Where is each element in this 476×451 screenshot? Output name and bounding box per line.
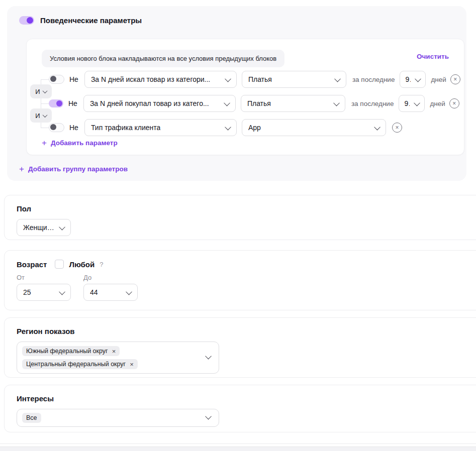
region-chip: Южный федеральный округ × bbox=[22, 346, 120, 356]
period-suffix-label: дней bbox=[431, 76, 446, 83]
any-age-checkbox[interactable] bbox=[55, 260, 64, 269]
age-to-label: До bbox=[83, 274, 138, 281]
parameter-value: За N дней искал товар из категори... bbox=[91, 75, 210, 83]
toggle-knob bbox=[50, 124, 56, 130]
conditions-notice: Условия нового блока накладываются на вс… bbox=[42, 50, 284, 67]
age-from-dropdown[interactable]: 25 bbox=[17, 284, 71, 301]
category-value: Платья bbox=[247, 99, 271, 107]
interests-title: Интересы bbox=[17, 394, 470, 403]
condition-row: Не За N дней искал товар из категори... … bbox=[49, 70, 460, 88]
age-to-field: До 44 bbox=[83, 274, 138, 301]
section-title: Поведенческие параметры bbox=[40, 16, 142, 25]
age-header: Возраст Любой ? bbox=[17, 260, 470, 269]
category-value: Платья bbox=[248, 75, 272, 83]
chevron-down-icon bbox=[374, 124, 380, 130]
age-title: Возраст bbox=[17, 260, 47, 269]
region-title: Регион показов bbox=[17, 327, 470, 335]
interests-section: Интересы Все bbox=[4, 385, 476, 432]
chevron-down-icon bbox=[42, 112, 47, 118]
parameter-dropdown[interactable]: Тип трафика клиента bbox=[84, 119, 237, 136]
condition-row: Не За N дней покупал товар из катего... … bbox=[49, 94, 460, 112]
days-value: 90 bbox=[404, 99, 410, 107]
chevron-down-icon bbox=[414, 99, 421, 106]
region-chip-label: Южный федеральный округ bbox=[26, 348, 108, 355]
chevron-down-icon bbox=[205, 413, 212, 420]
age-section: Возраст Любой ? От 25 До 44 bbox=[4, 250, 476, 310]
region-section: Регион показов Южный федеральный округ ×… bbox=[4, 317, 476, 378]
region-chips: Южный федеральный округ × Центральный фе… bbox=[22, 346, 199, 369]
parameter-value: За N дней покупал товар из катего... bbox=[90, 99, 209, 107]
any-age-label: Любой bbox=[69, 260, 94, 269]
not-label: Не bbox=[69, 75, 78, 83]
remove-condition-icon[interactable]: × bbox=[449, 98, 459, 108]
interests-chips: Все bbox=[22, 413, 199, 423]
toggle-knob bbox=[50, 76, 56, 82]
parameter-dropdown[interactable]: За N дней искал товар из категори... bbox=[84, 71, 237, 88]
region-multiselect[interactable]: Южный федеральный округ × Центральный фе… bbox=[17, 342, 219, 374]
plus-icon: + bbox=[19, 165, 24, 173]
chevron-down-icon bbox=[59, 288, 65, 295]
operator-and-dropdown[interactable]: И bbox=[30, 108, 52, 123]
operator-label: И bbox=[35, 112, 40, 120]
help-icon[interactable]: ? bbox=[100, 261, 103, 268]
section-divider bbox=[0, 443, 476, 444]
not-toggle[interactable] bbox=[49, 99, 63, 107]
region-chip-label: Центральный федеральный округ bbox=[26, 361, 126, 368]
behavioral-toggle[interactable] bbox=[19, 16, 34, 25]
add-parameter-button[interactable]: + Добавить параметр bbox=[42, 139, 118, 147]
age-from-field: От 25 bbox=[17, 274, 71, 301]
age-from-label: От bbox=[17, 274, 71, 281]
chevron-down-icon bbox=[205, 353, 212, 360]
age-from-value: 25 bbox=[23, 288, 31, 296]
period-prefix-label: за последние bbox=[352, 76, 395, 83]
not-toggle[interactable] bbox=[49, 75, 64, 84]
plus-icon: + bbox=[42, 139, 47, 147]
age-to-dropdown[interactable]: 44 bbox=[83, 284, 138, 301]
age-to-value: 44 bbox=[90, 288, 98, 296]
remove-chip-icon[interactable]: × bbox=[112, 348, 116, 355]
interests-chip-label: Все bbox=[26, 414, 37, 421]
not-toggle[interactable] bbox=[49, 123, 64, 132]
add-parameter-group-button[interactable]: + Добавить группу параметров bbox=[19, 165, 128, 173]
days-dropdown[interactable]: 90 bbox=[399, 95, 425, 112]
chevron-down-icon bbox=[224, 99, 230, 106]
interests-chip: Все bbox=[22, 413, 41, 423]
add-parameter-group-label: Добавить группу параметров bbox=[28, 165, 128, 173]
days-dropdown[interactable]: 90 bbox=[400, 71, 426, 88]
parameter-dropdown[interactable]: За N дней покупал товар из катего... bbox=[83, 95, 236, 112]
chevron-down-icon bbox=[42, 88, 47, 93]
behavioral-header: Поведенческие параметры bbox=[19, 16, 142, 25]
chevron-down-icon bbox=[126, 288, 132, 295]
operator-and-dropdown[interactable]: И bbox=[30, 84, 52, 98]
gender-section: Пол Женщины bbox=[4, 195, 476, 240]
gender-value: Женщины bbox=[23, 223, 55, 232]
days-value: 90 bbox=[405, 75, 411, 83]
conditions-group-card: Условия нового блока накладываются на вс… bbox=[26, 39, 464, 155]
add-parameter-label: Добавить параметр bbox=[51, 139, 118, 147]
traffic-type-value: App bbox=[248, 124, 261, 132]
conditions-rows: И И Не За N дней искал товар из категори… bbox=[49, 70, 460, 143]
chevron-down-icon bbox=[333, 99, 340, 106]
gender-dropdown[interactable]: Женщины bbox=[17, 219, 71, 236]
period-suffix-label: дней bbox=[430, 100, 445, 107]
toggle-knob bbox=[56, 100, 62, 106]
gender-title: Пол bbox=[17, 204, 470, 213]
operator-label: И bbox=[35, 88, 40, 95]
chevron-down-icon bbox=[225, 75, 231, 82]
category-dropdown[interactable]: Платья bbox=[241, 95, 345, 112]
category-dropdown[interactable]: Платья bbox=[242, 71, 346, 88]
remove-condition-icon[interactable]: × bbox=[450, 74, 460, 84]
condition-row: Не Тип трафика клиента App × bbox=[49, 119, 460, 137]
period-prefix-label: за последние bbox=[351, 100, 394, 107]
region-chip: Центральный федеральный округ × bbox=[22, 359, 138, 369]
chevron-down-icon bbox=[334, 75, 341, 82]
traffic-type-dropdown[interactable]: App bbox=[242, 119, 386, 136]
clear-button[interactable]: Очистить bbox=[417, 53, 449, 60]
remove-chip-icon[interactable]: × bbox=[130, 361, 134, 368]
toggle-knob bbox=[27, 17, 33, 24]
chevron-down-icon bbox=[59, 223, 65, 230]
remove-condition-icon[interactable]: × bbox=[392, 123, 402, 133]
chevron-down-icon bbox=[225, 124, 231, 130]
interests-dropdown[interactable]: Все bbox=[17, 409, 219, 427]
not-label: Не bbox=[69, 124, 78, 132]
